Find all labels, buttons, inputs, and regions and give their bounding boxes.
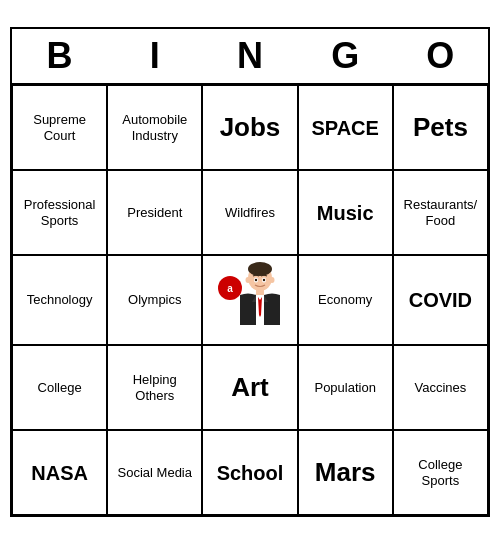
bingo-cell-5[interactable]: Professional Sports — [12, 170, 107, 255]
svg-point-10 — [245, 277, 250, 283]
cell-text-15: College — [38, 380, 82, 396]
cell-text-14: COVID — [409, 288, 472, 312]
cell-text-1: Automobile Industry — [112, 112, 197, 143]
svg-rect-5 — [256, 289, 264, 295]
cell-text-6: President — [127, 205, 182, 221]
cell-text-8: Music — [317, 201, 374, 225]
bingo-cell-16[interactable]: Helping Others — [107, 345, 202, 430]
bingo-cell-23[interactable]: Mars — [298, 430, 393, 515]
cell-text-18: Population — [314, 380, 375, 396]
bingo-cell-0[interactable]: Supreme Court — [12, 85, 107, 170]
cell-text-17: Art — [231, 372, 269, 403]
cell-text-11: Olympics — [128, 292, 181, 308]
cell-text-16: Helping Others — [112, 372, 197, 403]
bingo-cell-14[interactable]: COVID — [393, 255, 488, 345]
cell-text-24: College Sports — [398, 457, 483, 488]
bingo-cell-4[interactable]: Pets — [393, 85, 488, 170]
bingo-header: B I N G O — [10, 27, 490, 83]
bingo-cell-8[interactable]: Music — [298, 170, 393, 255]
bingo-cell-20[interactable]: NASA — [12, 430, 107, 515]
cell-text-3: SPACE — [311, 116, 378, 140]
bingo-cell-21[interactable]: Social Media — [107, 430, 202, 515]
cell-text-21: Social Media — [118, 465, 192, 481]
letter-b: B — [16, 35, 104, 77]
bingo-cell-1[interactable]: Automobile Industry — [107, 85, 202, 170]
letter-o: O — [396, 35, 484, 77]
cell-text-22: School — [217, 461, 284, 485]
svg-point-11 — [269, 277, 274, 283]
svg-point-4 — [248, 262, 272, 276]
letter-i: I — [111, 35, 199, 77]
cell-text-4: Pets — [413, 112, 468, 143]
cell-text-9: Restaurants/ Food — [398, 197, 483, 228]
bingo-cell-18[interactable]: Population — [298, 345, 393, 430]
letter-n: N — [206, 35, 294, 77]
cell-text-5: Professional Sports — [17, 197, 102, 228]
cell-text-7: Wildfires — [225, 205, 275, 221]
bingo-cell-13[interactable]: Economy — [298, 255, 393, 345]
cell-text-0: Supreme Court — [17, 112, 102, 143]
bingo-cell-17[interactable]: Art — [202, 345, 297, 430]
bingo-cell-9[interactable]: Restaurants/ Food — [393, 170, 488, 255]
cell-text-23: Mars — [315, 457, 376, 488]
bingo-cell-24[interactable]: College Sports — [393, 430, 488, 515]
bingo-cell-10[interactable]: Technology — [12, 255, 107, 345]
bingo-cell-12[interactable]: a — [202, 255, 297, 345]
svg-point-8 — [255, 279, 257, 281]
bingo-cell-6[interactable]: President — [107, 170, 202, 255]
bingo-cell-11[interactable]: Olympics — [107, 255, 202, 345]
bingo-card: B I N G O Supreme CourtAutomobile Indust… — [10, 27, 490, 517]
bingo-cell-15[interactable]: College — [12, 345, 107, 430]
bingo-cell-7[interactable]: Wildfires — [202, 170, 297, 255]
bingo-grid: Supreme CourtAutomobile IndustryJobsSPAC… — [10, 83, 490, 517]
cell-text-19: Vaccines — [414, 380, 466, 396]
letter-g: G — [301, 35, 389, 77]
cell-text-10: Technology — [27, 292, 93, 308]
bingo-cell-19[interactable]: Vaccines — [393, 345, 488, 430]
cell-text-13: Economy — [318, 292, 372, 308]
bingo-cell-3[interactable]: SPACE — [298, 85, 393, 170]
bingo-cell-2[interactable]: Jobs — [202, 85, 297, 170]
bingo-cell-22[interactable]: School — [202, 430, 297, 515]
cell-text-2: Jobs — [220, 112, 281, 143]
svg-text:a: a — [227, 283, 233, 294]
svg-point-9 — [263, 279, 265, 281]
cell-text-20: NASA — [31, 461, 88, 485]
